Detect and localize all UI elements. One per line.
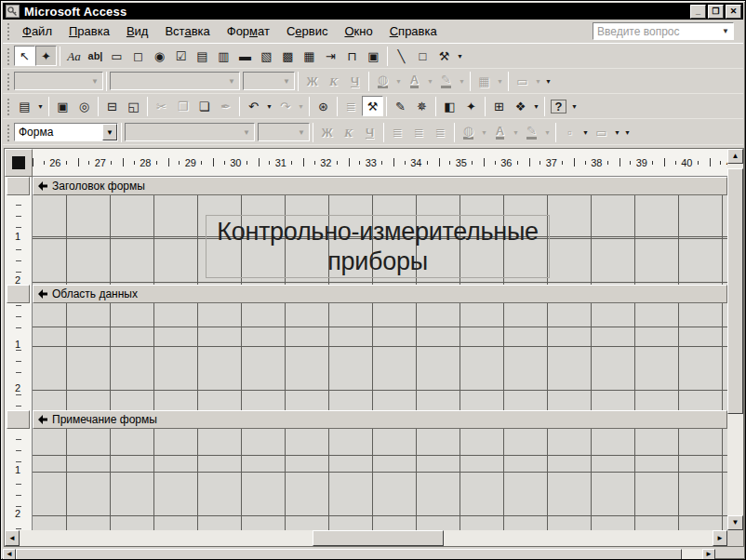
new-object-button[interactable]: ❖ xyxy=(510,96,531,116)
database-window-button[interactable]: ⊞ xyxy=(488,96,510,116)
tab-control-tool[interactable]: ⊓ xyxy=(341,46,363,66)
toolbar-options-icon[interactable]: ▼ xyxy=(569,96,579,116)
scroll-left-icon[interactable]: ◄ xyxy=(5,530,20,546)
save-button[interactable]: ▣ xyxy=(52,96,73,116)
form-footer-section-bar[interactable]: Примечание формы xyxy=(33,410,727,429)
detail-section-bar[interactable]: Область данных xyxy=(33,285,727,303)
menu-help[interactable]: Справка xyxy=(381,21,446,41)
workspace-horizontal-scrollbar[interactable]: ◄ ► xyxy=(3,549,715,560)
help-button[interactable]: ? xyxy=(548,96,569,116)
autoformat-button[interactable]: ✵ xyxy=(411,96,433,116)
chevron-down-icon[interactable]: ▼ xyxy=(102,124,117,140)
option-group-button[interactable]: ▭ xyxy=(106,46,127,66)
subform-tool[interactable]: ▣ xyxy=(363,46,384,66)
option-button-tool[interactable]: ◉ xyxy=(149,46,170,66)
check-box-tool[interactable]: ☑ xyxy=(170,46,192,66)
scroll-right-icon[interactable]: ► xyxy=(702,549,715,560)
form-title-label[interactable]: Контрольно-измерительные приборы xyxy=(206,215,550,278)
undo-dropdown-icon[interactable]: ▼ xyxy=(264,96,274,116)
form-header-section-bar[interactable]: Заголовок формы xyxy=(33,177,727,195)
line-width-icon: ▭ xyxy=(595,127,606,139)
file-search-button[interactable]: ◎ xyxy=(73,96,95,116)
properties-button[interactable]: ◧ xyxy=(439,96,460,116)
special-effect-dropdown-icon[interactable]: ▼ xyxy=(580,122,591,142)
detail-section-selector[interactable] xyxy=(7,285,30,303)
print-preview-icon: ◱ xyxy=(127,100,139,113)
control-wizards-button[interactable]: ✦ xyxy=(35,46,57,66)
insert-hyperlink-button[interactable]: ⊛ xyxy=(313,96,334,116)
menu-tools[interactable]: Сервис xyxy=(278,21,337,41)
restore-button[interactable]: ❐ xyxy=(708,5,724,19)
form-footer-grid[interactable] xyxy=(33,429,727,530)
line-width-dropdown-icon[interactable]: ▼ xyxy=(612,122,622,142)
menu-file[interactable]: Файл xyxy=(14,21,60,41)
toolbar-grip[interactable] xyxy=(7,47,10,65)
toolbox-toggle-button[interactable]: ⚒ xyxy=(362,96,383,116)
undo-button[interactable]: ↶ xyxy=(243,96,264,116)
scroll-down-icon[interactable]: ▼ xyxy=(727,515,743,530)
toolbar-grip[interactable] xyxy=(7,73,10,90)
horizontal-scrollbar[interactable]: ◄ ► xyxy=(5,530,727,546)
toolbar-options-icon[interactable]: ▼ xyxy=(543,71,553,91)
view-button[interactable]: ▤ xyxy=(14,96,35,116)
combo-box-tool[interactable]: ▤ xyxy=(192,46,213,66)
form-design-canvas[interactable]: Заголовок формы Контрольно-измерительные… xyxy=(33,177,727,530)
label-tool-button[interactable]: Aa xyxy=(63,46,85,66)
view-dropdown-icon[interactable]: ▼ xyxy=(35,96,46,116)
new-object-dropdown-icon[interactable]: ▼ xyxy=(531,96,541,116)
toolbar-grip[interactable] xyxy=(7,124,10,141)
print-preview-button[interactable]: ◱ xyxy=(123,96,144,116)
select-objects-button[interactable]: ↖ xyxy=(14,46,35,66)
image-tool[interactable]: ▧ xyxy=(256,46,277,66)
print-button[interactable]: ⊟ xyxy=(101,96,123,116)
chevron-down-icon[interactable]: ▼ xyxy=(722,27,729,35)
ruler-mark: 33 xyxy=(349,149,394,176)
scroll-up-icon[interactable]: ▲ xyxy=(727,149,743,164)
horizontal-scrollbar-thumb[interactable] xyxy=(313,530,444,546)
line-thickness-icon: ▭ xyxy=(516,75,527,87)
minimize-button[interactable]: _ xyxy=(690,5,706,19)
object-combo-value: Форма xyxy=(19,126,53,139)
scroll-left-icon[interactable]: ◄ xyxy=(3,549,16,560)
object-combo[interactable]: Форма ▼ xyxy=(14,123,118,141)
more-controls-button[interactable]: ⚒ xyxy=(433,46,455,66)
detail-grid[interactable] xyxy=(33,303,727,410)
align-center-button: ≣ xyxy=(408,122,430,142)
page-break-tool[interactable]: ⇥ xyxy=(320,46,341,66)
close-button[interactable]: ✕ xyxy=(726,5,741,19)
ask-question-input[interactable]: Введите вопрос ▼ xyxy=(593,22,734,40)
command-button-tool[interactable]: ▬ xyxy=(234,46,256,66)
line-tool[interactable]: ╲ xyxy=(391,46,412,66)
workspace-scrollbar-thumb[interactable] xyxy=(16,549,682,560)
paste-button[interactable]: ❏ xyxy=(193,96,215,116)
text-box-icon: ab| xyxy=(88,51,103,61)
menu-window[interactable]: Окно xyxy=(336,21,380,41)
toggle-button-tool[interactable]: ◻ xyxy=(127,46,149,66)
menu-view[interactable]: Вид xyxy=(118,21,157,41)
footer-section-selector[interactable] xyxy=(7,410,30,429)
toolbar-separator xyxy=(508,72,509,91)
more-controls-dropdown-icon[interactable]: ▼ xyxy=(455,46,465,66)
vertical-ruler[interactable]: 1 2 1 2 1 2 xyxy=(5,177,33,530)
code-button[interactable]: ✎ xyxy=(390,96,411,116)
vertical-scrollbar[interactable]: ▲ ▼ xyxy=(727,149,743,530)
horizontal-ruler[interactable]: 26 27 28 29 30 31 32 33 34 35 36 37 38 3… xyxy=(33,149,727,177)
bound-object-frame-tool[interactable]: ▦ xyxy=(299,46,320,66)
menu-edit[interactable]: Правка xyxy=(60,21,118,41)
scroll-right-icon[interactable]: ► xyxy=(713,530,727,546)
header-section-selector[interactable] xyxy=(7,177,30,195)
rectangle-tool[interactable]: □ xyxy=(412,46,433,66)
text-box-tool-button[interactable]: ab| xyxy=(85,46,106,66)
vertical-scrollbar-thumb[interactable] xyxy=(727,168,743,414)
toolbar-grip[interactable] xyxy=(7,98,10,115)
toolbar-grip[interactable] xyxy=(7,22,10,40)
form-header-grid[interactable]: Контрольно-измерительные приборы xyxy=(33,195,727,285)
menu-format[interactable]: Формат xyxy=(219,21,278,41)
build-button[interactable]: ✦ xyxy=(460,96,482,116)
list-box-tool[interactable]: ▥ xyxy=(213,46,234,66)
toolbar-options-icon[interactable]: ▼ xyxy=(622,122,633,142)
menu-insert[interactable]: Вставка xyxy=(156,21,218,41)
unbound-object-frame-tool[interactable]: ▩ xyxy=(277,46,299,66)
toolbar-separator xyxy=(298,72,299,91)
form-selector[interactable] xyxy=(5,149,33,177)
